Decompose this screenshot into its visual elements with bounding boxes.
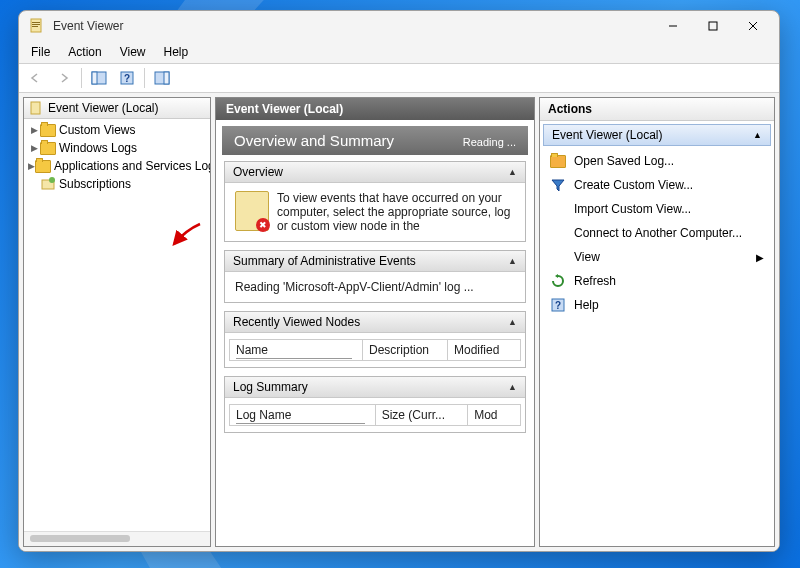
tree-root[interactable]: Event Viewer (Local)	[24, 98, 210, 119]
tree-root-label: Event Viewer (Local)	[48, 101, 159, 115]
svg-text:?: ?	[555, 300, 561, 311]
section-recent-nodes: Recently Viewed Nodes ▲ Name Description…	[224, 311, 526, 368]
col-size[interactable]: Size (Curr...	[376, 405, 469, 425]
svg-point-16	[49, 177, 55, 183]
titlebar[interactable]: Event Viewer	[19, 11, 779, 41]
action-label: View	[574, 250, 600, 264]
subscriptions-icon	[40, 176, 56, 192]
section-header-admin[interactable]: Summary of Administrative Events ▲	[225, 251, 525, 272]
actions-context-label: Event Viewer (Local)	[552, 128, 663, 142]
action-label: Import Custom View...	[574, 202, 691, 216]
svg-rect-2	[32, 24, 40, 25]
svg-rect-1	[32, 22, 40, 23]
action-help[interactable]: ? Help	[540, 293, 774, 317]
action-label: Open Saved Log...	[574, 154, 674, 168]
folder-icon	[40, 122, 56, 138]
section-header-overview[interactable]: Overview ▲	[225, 162, 525, 183]
show-hide-tree-button[interactable]	[86, 66, 112, 90]
section-admin-events: Summary of Administrative Events ▲ Readi…	[224, 250, 526, 303]
open-folder-icon	[550, 153, 566, 169]
action-label: Create Custom View...	[574, 178, 693, 192]
collapse-icon[interactable]: ▲	[508, 317, 517, 327]
section-label: Overview	[233, 165, 283, 179]
tree-label: Subscriptions	[59, 177, 131, 191]
menubar: File Action View Help	[19, 41, 779, 63]
actions-pane: Actions Event Viewer (Local) ▲ Open Save…	[539, 97, 775, 547]
col-mod[interactable]: Mod	[468, 405, 520, 425]
collapse-icon[interactable]: ▲	[508, 167, 517, 177]
show-hide-action-button[interactable]	[149, 66, 175, 90]
horizontal-scrollbar[interactable]	[24, 531, 210, 546]
admin-status-text: Reading 'Microsoft-AppV-Client/Admin' lo…	[235, 280, 474, 294]
section-label: Log Summary	[233, 380, 308, 394]
action-create-custom-view[interactable]: Create Custom View...	[540, 173, 774, 197]
tree-pane: Event Viewer (Local) ▶ Custom Views ▶ Wi…	[23, 97, 211, 547]
action-label: Connect to Another Computer...	[574, 226, 742, 240]
overview-text: To view events that have occurred on you…	[277, 191, 515, 233]
forward-button	[51, 66, 77, 90]
event-error-icon	[235, 191, 269, 231]
help-icon: ?	[550, 297, 566, 313]
overview-title-bar: Overview and Summary Reading ...	[222, 126, 528, 155]
svg-rect-9	[92, 72, 97, 84]
blank-icon	[550, 225, 566, 241]
section-header-logsum[interactable]: Log Summary ▲	[225, 377, 525, 398]
submenu-arrow-icon: ▶	[756, 252, 764, 263]
col-name[interactable]: Name	[230, 340, 363, 360]
action-open-saved-log[interactable]: Open Saved Log...	[540, 149, 774, 173]
section-log-summary: Log Summary ▲ Log Name Size (Curr... Mod	[224, 376, 526, 433]
maximize-button[interactable]	[693, 12, 733, 40]
menu-help[interactable]: Help	[156, 43, 197, 61]
blank-icon	[550, 201, 566, 217]
close-button[interactable]	[733, 12, 773, 40]
center-header: Event Viewer (Local)	[216, 98, 534, 120]
col-log-name[interactable]: Log Name	[230, 405, 376, 425]
tree-label: Windows Logs	[59, 141, 137, 155]
section-header-recent[interactable]: Recently Viewed Nodes ▲	[225, 312, 525, 333]
tree-node-subscriptions[interactable]: Subscriptions	[24, 175, 210, 193]
logsum-columns: Log Name Size (Curr... Mod	[229, 404, 521, 426]
action-view-submenu[interactable]: View ▶	[540, 245, 774, 269]
recent-columns: Name Description Modified	[229, 339, 521, 361]
collapse-icon[interactable]: ▲	[753, 130, 762, 140]
event-viewer-icon	[28, 100, 44, 116]
svg-rect-13	[164, 72, 169, 84]
action-label: Help	[574, 298, 599, 312]
section-label: Recently Viewed Nodes	[233, 315, 360, 329]
collapse-icon[interactable]: ▲	[508, 256, 517, 266]
expand-icon[interactable]: ▶	[28, 161, 35, 171]
actions-header: Actions	[540, 98, 774, 121]
menu-file[interactable]: File	[23, 43, 58, 61]
collapse-icon[interactable]: ▲	[508, 382, 517, 392]
back-button	[23, 66, 49, 90]
svg-text:?: ?	[124, 73, 130, 84]
action-label: Refresh	[574, 274, 616, 288]
col-modified[interactable]: Modified	[448, 340, 520, 360]
app-icon	[29, 18, 45, 34]
menu-view[interactable]: View	[112, 43, 154, 61]
blank-icon	[550, 249, 566, 265]
action-refresh[interactable]: Refresh	[540, 269, 774, 293]
tree-node-app-services[interactable]: ▶ Applications and Services Logs	[24, 157, 210, 175]
minimize-button[interactable]	[653, 12, 693, 40]
filter-icon	[550, 177, 566, 193]
svg-rect-0	[31, 19, 41, 32]
tree-node-windows-logs[interactable]: ▶ Windows Logs	[24, 139, 210, 157]
section-overview: Overview ▲ To view events that have occu…	[224, 161, 526, 242]
expand-icon[interactable]: ▶	[28, 143, 40, 153]
toolbar: ?	[19, 63, 779, 93]
action-import-custom-view[interactable]: Import Custom View...	[540, 197, 774, 221]
overview-title: Overview and Summary	[234, 132, 394, 149]
actions-context-header[interactable]: Event Viewer (Local) ▲	[543, 124, 771, 146]
action-connect-computer[interactable]: Connect to Another Computer...	[540, 221, 774, 245]
svg-rect-3	[32, 26, 38, 27]
tree-node-custom-views[interactable]: ▶ Custom Views	[24, 121, 210, 139]
folder-icon	[40, 140, 56, 156]
tree-label: Applications and Services Logs	[54, 159, 210, 173]
menu-action[interactable]: Action	[60, 43, 109, 61]
expand-icon[interactable]: ▶	[28, 125, 40, 135]
refresh-icon	[550, 273, 566, 289]
col-description[interactable]: Description	[363, 340, 448, 360]
section-label: Summary of Administrative Events	[233, 254, 416, 268]
help-button[interactable]: ?	[114, 66, 140, 90]
